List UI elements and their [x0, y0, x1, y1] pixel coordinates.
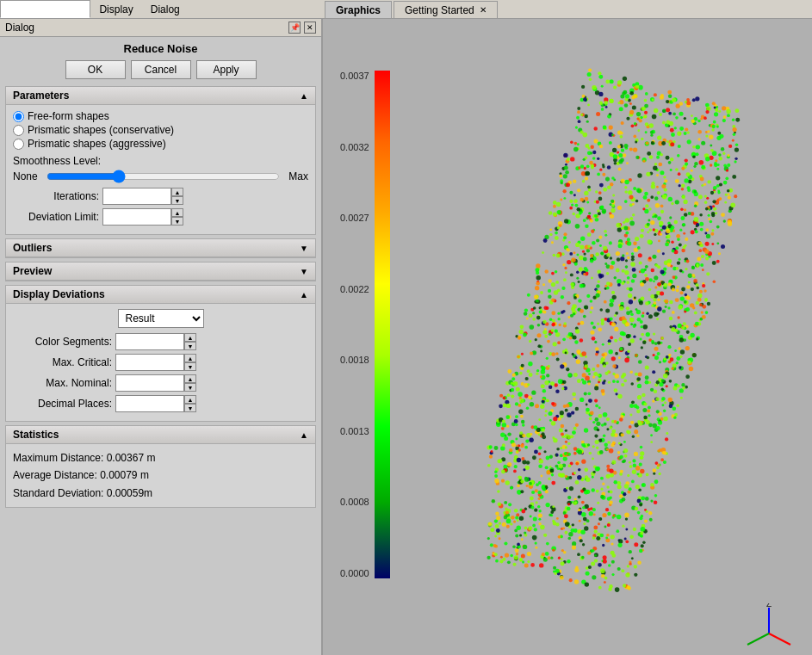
iterations-up-button[interactable]: ▲ — [171, 188, 183, 196]
max-critical-down-button[interactable]: ▼ — [184, 362, 196, 371]
svg-point-1901 — [553, 212, 557, 216]
svg-point-271 — [627, 565, 629, 567]
svg-point-980 — [587, 72, 592, 77]
color-segments-up-button[interactable]: ▲ — [184, 333, 196, 342]
decimal-places-input[interactable]: 4 — [115, 395, 184, 412]
max-nominal-up-button[interactable]: ▲ — [184, 374, 196, 383]
svg-point-1720 — [688, 212, 691, 215]
svg-point-1065 — [705, 256, 709, 260]
dialog-close-button[interactable]: ✕ — [304, 22, 316, 34]
svg-point-1535 — [610, 473, 614, 478]
tab-getting-started[interactable]: Getting Started ✕ — [394, 1, 498, 18]
svg-point-2210 — [600, 534, 604, 537]
svg-point-1833 — [548, 365, 550, 368]
color-segments-input[interactable]: 9 — [115, 333, 184, 350]
radio-freeform[interactable]: Free-form shapes — [13, 110, 308, 122]
menu-item-dialog[interactable]: Dialog — [142, 0, 189, 18]
deviation-up-button[interactable]: ▲ — [171, 208, 183, 217]
svg-point-1084 — [661, 388, 664, 391]
result-select[interactable]: Result — [118, 309, 204, 328]
iterations-input[interactable]: 1 — [102, 188, 171, 205]
max-critical-spinner[interactable]: ▲ ▼ — [184, 354, 196, 371]
max-nominal-down-button[interactable]: ▼ — [184, 383, 196, 392]
max-nominal-input[interactable]: 0.00079m — [115, 374, 184, 392]
deviation-input[interactable]: 0.01m — [102, 208, 171, 226]
svg-point-1035 — [579, 267, 583, 271]
svg-point-2071 — [609, 302, 613, 306]
svg-point-1355 — [657, 265, 660, 269]
svg-point-1953 — [528, 526, 532, 530]
svg-point-1620 — [534, 509, 537, 512]
svg-point-798 — [519, 558, 523, 561]
svg-point-1952 — [548, 289, 551, 293]
svg-point-2046 — [646, 510, 648, 513]
radio-prismatic-conservative[interactable]: Prismatic shapes (conservative) — [13, 124, 308, 136]
svg-point-1159 — [565, 351, 567, 354]
tab-graphics[interactable]: Graphics — [325, 1, 392, 18]
svg-point-1804 — [688, 281, 691, 283]
decimal-places-down-button[interactable]: ▼ — [184, 404, 196, 412]
svg-point-2126 — [543, 306, 548, 310]
svg-point-2021 — [569, 476, 573, 479]
preview-section-header[interactable]: Preview ▼ — [6, 263, 315, 281]
svg-point-899 — [699, 303, 703, 306]
svg-point-1843 — [549, 466, 552, 468]
outliers-section-header[interactable]: Outliers ▼ — [6, 239, 315, 257]
svg-point-741 — [578, 495, 581, 498]
svg-point-1744 — [517, 458, 521, 462]
max-nominal-spinner[interactable]: ▲ ▼ — [184, 374, 196, 392]
menu-item-model-manager[interactable]: Model Manager — [0, 0, 90, 18]
svg-point-2007 — [610, 535, 614, 539]
svg-point-1527 — [534, 294, 538, 299]
display-deviations-header[interactable]: Display Deviations ▲ — [6, 286, 315, 304]
svg-point-1870 — [659, 361, 661, 363]
smoothness-slider[interactable] — [46, 170, 281, 182]
svg-point-1213 — [623, 90, 628, 95]
svg-point-502 — [521, 553, 525, 558]
svg-point-415 — [537, 324, 541, 327]
svg-point-1352 — [510, 522, 512, 525]
max-critical-up-button[interactable]: ▲ — [184, 354, 196, 362]
radio-prismatic-aggressive[interactable]: Prismatic shapes (aggressive) — [13, 138, 308, 150]
max-critical-input[interactable]: 0.00367m — [115, 354, 184, 371]
statistics-section-header[interactable]: Statistics ▲ — [6, 426, 315, 444]
svg-point-1412 — [541, 366, 544, 369]
svg-point-1742 — [559, 175, 562, 178]
svg-point-1408 — [593, 372, 598, 376]
svg-point-588 — [500, 446, 505, 450]
svg-point-255 — [621, 149, 624, 152]
decimal-places-spinner[interactable]: ▲ ▼ — [184, 395, 196, 412]
menu-item-display[interactable]: Display — [90, 0, 141, 18]
deviation-down-button[interactable]: ▼ — [171, 217, 183, 226]
svg-point-1965 — [557, 312, 560, 314]
dialog-pin-button[interactable]: 📌 — [288, 22, 301, 34]
tab-close-icon[interactable]: ✕ — [480, 5, 487, 15]
svg-point-1229 — [681, 188, 685, 191]
svg-point-2001 — [629, 217, 633, 220]
svg-point-668 — [598, 327, 602, 331]
svg-point-2195 — [557, 341, 561, 344]
svg-point-107 — [569, 199, 573, 202]
svg-point-2051 — [520, 490, 524, 493]
svg-point-1164 — [555, 281, 559, 284]
ok-button[interactable]: OK — [65, 60, 126, 79]
cancel-button[interactable]: Cancel — [131, 60, 191, 79]
iterations-spinner[interactable]: ▲ ▼ — [171, 188, 183, 205]
apply-button[interactable]: Apply — [196, 60, 257, 79]
decimal-places-up-button[interactable]: ▲ — [184, 395, 196, 404]
svg-point-1969 — [718, 252, 721, 255]
svg-point-394 — [580, 539, 583, 542]
svg-point-2267 — [631, 279, 635, 282]
svg-point-683 — [691, 114, 693, 117]
svg-point-1760 — [564, 531, 567, 535]
svg-point-566 — [685, 268, 687, 270]
color-segments-spinner[interactable]: ▲ ▼ — [184, 333, 196, 350]
svg-point-1205 — [617, 451, 621, 454]
deviation-spinner[interactable]: ▲ ▼ — [171, 208, 183, 226]
svg-point-593 — [646, 141, 649, 145]
svg-point-202 — [586, 404, 588, 406]
color-segments-down-button[interactable]: ▼ — [184, 342, 196, 350]
svg-point-195 — [602, 343, 604, 346]
iterations-down-button[interactable]: ▼ — [171, 196, 183, 205]
parameters-section-header[interactable]: Parameters ▲ — [6, 87, 315, 105]
